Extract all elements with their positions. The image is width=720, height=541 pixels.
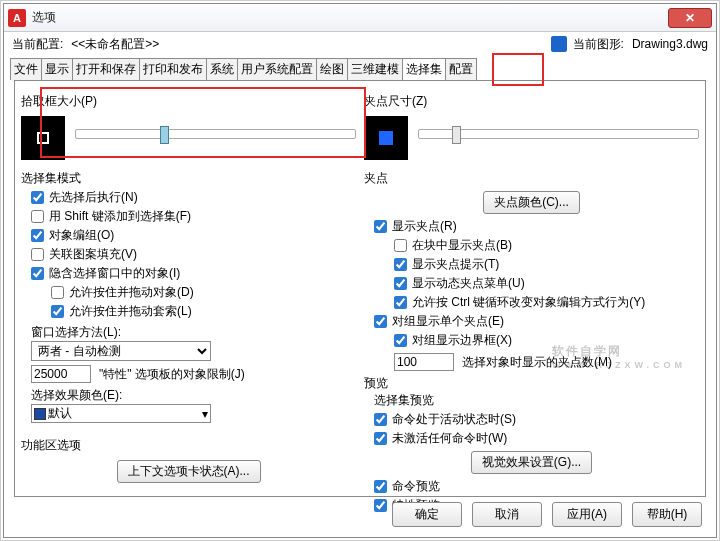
tab-user-prefs[interactable]: 用户系统配置 — [237, 58, 317, 80]
current-drawing-value: Drawing3.dwg — [632, 37, 708, 51]
chk-dyn-grip-menu[interactable] — [394, 277, 407, 290]
chk-hatch-assoc-label: 关联图案填充(V) — [49, 246, 137, 263]
chk-no-cmd-label: 未激活任何命令时(W) — [392, 430, 507, 447]
tab-files[interactable]: 文件 — [10, 58, 42, 80]
tab-system[interactable]: 系统 — [206, 58, 238, 80]
chk-drag-object[interactable] — [51, 286, 64, 299]
chk-grip-tips[interactable] — [394, 258, 407, 271]
cancel-button[interactable]: 取消 — [472, 502, 542, 527]
window-select-method[interactable]: 两者 - 自动检测 — [31, 341, 211, 361]
chk-block-grips[interactable] — [394, 239, 407, 252]
chk-cmd-active[interactable] — [374, 413, 387, 426]
grips-label: 夹点 — [364, 170, 699, 187]
chk-cmd-preview-label: 命令预览 — [392, 478, 440, 495]
current-drawing-label: 当前图形: — [573, 36, 624, 53]
selection-effect-color-label: 选择效果颜色(E): — [31, 387, 356, 404]
chk-group-bbox[interactable] — [394, 334, 407, 347]
tab-open-save[interactable]: 打开和保存 — [72, 58, 140, 80]
grip-preview — [364, 116, 408, 160]
chk-hatch-assoc[interactable] — [31, 248, 44, 261]
window-select-method-label: 窗口选择方法(L): — [31, 324, 356, 341]
chk-show-grips-label: 显示夹点(R) — [392, 218, 457, 235]
chk-dyn-grip-menu-label: 显示动态夹点菜单(U) — [412, 275, 525, 292]
tab-3d[interactable]: 三维建模 — [347, 58, 403, 80]
tab-drafting[interactable]: 绘图 — [316, 58, 348, 80]
chk-cmd-active-label: 命令处于活动状态时(S) — [392, 411, 516, 428]
chk-implied-window[interactable] — [31, 267, 44, 280]
visual-effect-settings-button[interactable]: 视觉效果设置(G)... — [471, 451, 592, 474]
grip-color-button[interactable]: 夹点颜色(C)... — [483, 191, 580, 214]
tab-selection[interactable]: 选择集 — [402, 58, 446, 80]
chk-ctrl-cycle-label: 允许按 Ctrl 键循环改变对象编辑方式行为(Y) — [412, 294, 645, 311]
selection-effect-color[interactable]: 默认 ▾ — [31, 404, 211, 423]
window-title: 选项 — [32, 9, 668, 26]
chk-noun-verb-label: 先选择后执行(N) — [49, 189, 138, 206]
grip-size-label: 夹点尺寸(Z) — [364, 93, 699, 110]
chk-cmd-preview[interactable] — [374, 480, 387, 493]
chk-implied-window-label: 隐含选择窗口中的对象(I) — [49, 265, 180, 282]
chk-group-single-grip[interactable] — [374, 315, 387, 328]
grip-size-slider[interactable] — [418, 129, 699, 147]
grip-limit-input[interactable] — [394, 353, 454, 371]
preview-sub-label: 选择集预览 — [374, 392, 699, 409]
tab-profiles[interactable]: 配置 — [445, 58, 477, 80]
chk-shift-add-label: 用 Shift 键添加到选择集(F) — [49, 208, 191, 225]
chevron-down-icon: ▾ — [202, 407, 208, 421]
chk-prop-preview[interactable] — [374, 499, 387, 512]
current-profile-value: <<未命名配置>> — [71, 36, 159, 53]
chk-no-cmd[interactable] — [374, 432, 387, 445]
close-button[interactable]: ✕ — [668, 8, 712, 28]
ok-button[interactable]: 确定 — [392, 502, 462, 527]
chk-group-single-grip-label: 对组显示单个夹点(E) — [392, 313, 504, 330]
chk-object-group-label: 对象编组(O) — [49, 227, 114, 244]
apply-button[interactable]: 应用(A) — [552, 502, 622, 527]
chk-group-bbox-label: 对组显示边界框(X) — [412, 332, 512, 349]
ribbon-context-tab-button[interactable]: 上下文选项卡状态(A)... — [117, 460, 261, 483]
color-swatch-icon — [34, 408, 46, 420]
highlight-pickbox — [40, 87, 366, 158]
chk-shift-add[interactable] — [31, 210, 44, 223]
property-limit-input[interactable] — [31, 365, 91, 383]
chk-drag-lasso-label: 允许按住并拖动套索(L) — [69, 303, 192, 320]
watermark: 软件自学网 WWW.RJZXW.COM — [552, 339, 686, 370]
preview-label: 预览 — [364, 375, 699, 392]
highlight-tab — [492, 53, 544, 86]
app-icon: A — [8, 9, 26, 27]
chk-object-group[interactable] — [31, 229, 44, 242]
chk-show-grips[interactable] — [374, 220, 387, 233]
ribbon-options-label: 功能区选项 — [21, 437, 356, 454]
chk-ctrl-cycle[interactable] — [394, 296, 407, 309]
tab-plot[interactable]: 打印和发布 — [139, 58, 207, 80]
tab-display[interactable]: 显示 — [41, 58, 73, 80]
property-limit-label: "特性" 选项板的对象限制(J) — [99, 366, 245, 383]
current-profile-label: 当前配置: — [12, 36, 63, 53]
selection-mode-label: 选择集模式 — [21, 170, 356, 187]
help-button[interactable]: 帮助(H) — [632, 502, 702, 527]
chk-noun-verb[interactable] — [31, 191, 44, 204]
chk-drag-lasso[interactable] — [51, 305, 64, 318]
chk-drag-object-label: 允许按住并拖动对象(D) — [69, 284, 194, 301]
drawing-icon — [551, 36, 567, 52]
chk-grip-tips-label: 显示夹点提示(T) — [412, 256, 499, 273]
chk-block-grips-label: 在块中显示夹点(B) — [412, 237, 512, 254]
